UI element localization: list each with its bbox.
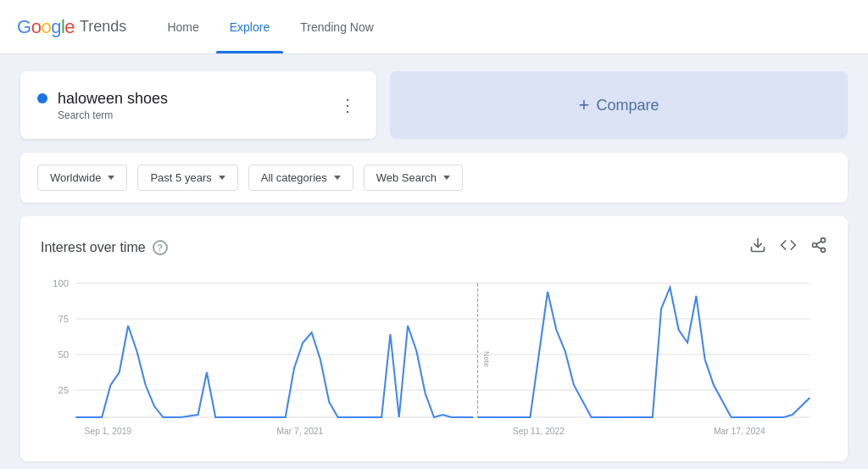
- filters-bar: Worldwide Past 5 years All categories We…: [20, 153, 848, 203]
- interest-chart: 100 75 50 25 Note Sep 1, 2019 Mar 7, 202…: [41, 275, 827, 444]
- svg-text:75: 75: [58, 314, 69, 324]
- svg-line-5: [816, 241, 821, 243]
- compare-text: + Compare: [579, 94, 659, 116]
- search-area: haloween shoes Search term ⋮ + Compare: [20, 71, 848, 139]
- more-options-icon[interactable]: ⋮: [336, 92, 359, 119]
- svg-text:50: 50: [58, 349, 69, 360]
- compare-box[interactable]: + Compare: [390, 71, 848, 139]
- svg-text:Mar 7, 2021: Mar 7, 2021: [276, 427, 323, 436]
- compare-label: Compare: [596, 97, 659, 114]
- nav-item-trending-now[interactable]: Trending Now: [287, 0, 387, 53]
- filter-category-label: All categories: [261, 171, 327, 184]
- svg-text:Sep 1, 2019: Sep 1, 2019: [85, 427, 132, 436]
- help-icon[interactable]: ?: [153, 240, 168, 255]
- logo-trends-text: Trends: [80, 18, 126, 36]
- filter-region[interactable]: Worldwide: [37, 165, 127, 191]
- download-icon[interactable]: [749, 237, 766, 258]
- search-term-label: Search term: [58, 109, 168, 121]
- filter-time-chevron-icon: [219, 176, 225, 180]
- nav-item-home[interactable]: Home: [153, 0, 212, 53]
- main-content: haloween shoes Search term ⋮ + Compare W…: [0, 54, 868, 469]
- search-term-info: haloween shoes Search term: [37, 90, 168, 121]
- filter-search-type[interactable]: Web Search: [364, 165, 463, 191]
- chart-container: 100 75 50 25 Note Sep 1, 2019 Mar 7, 202…: [41, 275, 827, 448]
- chart-title-area: Interest over time ?: [41, 240, 168, 255]
- svg-text:Sep 11, 2022: Sep 11, 2022: [513, 427, 565, 436]
- filter-region-label: Worldwide: [50, 171, 101, 184]
- filter-search-type-chevron-icon: [443, 176, 450, 180]
- svg-line-4: [816, 246, 821, 248]
- svg-text:Note: Note: [482, 351, 491, 367]
- filter-time[interactable]: Past 5 years: [137, 165, 237, 191]
- main-nav: Home Explore Trending Now: [153, 0, 387, 53]
- filter-category[interactable]: All categories: [248, 165, 353, 191]
- share-icon[interactable]: [810, 237, 827, 258]
- filter-time-label: Past 5 years: [150, 171, 211, 184]
- logo-google-text: Google: [17, 16, 75, 38]
- search-term-dot: [37, 93, 47, 103]
- filter-category-chevron-icon: [334, 176, 341, 180]
- svg-text:Mar 17, 2024: Mar 17, 2024: [714, 427, 765, 436]
- header: Google Trends Home Explore Trending Now: [0, 0, 868, 54]
- nav-item-explore[interactable]: Explore: [216, 0, 283, 53]
- chart-title-text: Interest over time: [41, 240, 146, 255]
- svg-text:25: 25: [58, 385, 69, 395]
- search-term-text-block: haloween shoes Search term: [58, 90, 168, 121]
- search-box: haloween shoes Search term ⋮: [20, 71, 376, 139]
- logo: Google Trends: [17, 16, 126, 38]
- chart-actions: [749, 237, 827, 258]
- chart-header: Interest over time ?: [41, 237, 827, 258]
- filter-region-chevron-icon: [108, 176, 114, 180]
- filter-search-type-label: Web Search: [376, 171, 437, 184]
- search-term-name: haloween shoes: [58, 90, 168, 108]
- svg-text:100: 100: [53, 278, 69, 288]
- chart-card: Interest over time ?: [20, 216, 848, 461]
- compare-plus-icon: +: [579, 94, 590, 116]
- embed-icon[interactable]: [780, 237, 797, 258]
